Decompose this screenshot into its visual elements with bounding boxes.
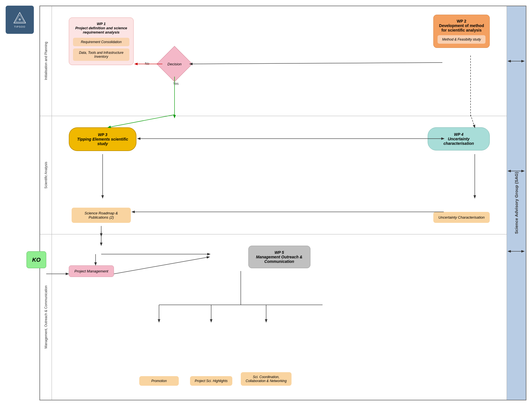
wp5-title: WP 5 Management Outreach & Communication bbox=[253, 250, 306, 264]
row-init: WP 1 Project definition and science requ… bbox=[52, 6, 507, 116]
arrow-wp2-to-decision bbox=[190, 63, 442, 64]
center-content: WP 1 Project definition and science requ… bbox=[52, 6, 507, 400]
wp2-box: WP 2 Development of method for scientifi… bbox=[433, 15, 490, 48]
page-container: TIPSOO Initialisation and Planning Scien… bbox=[0, 0, 532, 406]
row-management: KO WP 5 Management Outreach & Communicat… bbox=[52, 234, 507, 400]
no-label: No bbox=[145, 62, 149, 66]
sci-coord-box: Sci. Coordination, Collaboration & Netwo… bbox=[241, 372, 292, 386]
wp5-box: WP 5 Management Outreach & Communication bbox=[248, 246, 310, 268]
wp3-box: WP 3 Tipping Elements scientific study bbox=[69, 127, 136, 151]
wp1-title: WP 1 Project definition and science requ… bbox=[73, 22, 129, 34]
wp3-title: WP 3 Tipping Elements scientific study bbox=[74, 132, 131, 146]
yes-label: Yes bbox=[173, 82, 179, 86]
sag-label-container: Science Advisory Group (SAG) bbox=[507, 6, 526, 400]
label-scientific: Scientific Analysis bbox=[40, 116, 52, 234]
arrow-pm-to-wp5 bbox=[114, 257, 209, 274]
logo-text: TIPSOO bbox=[14, 25, 25, 28]
right-panel: Science Advisory Group (SAG) bbox=[507, 6, 526, 400]
svg-point-2 bbox=[19, 18, 21, 21]
arrow-into-wp3 bbox=[108, 115, 175, 127]
wp1-sub1: Requirement Consolidation bbox=[73, 38, 129, 46]
wp2-sub: Method & Feasibilty study bbox=[438, 35, 485, 44]
ko-box: KO bbox=[27, 251, 46, 268]
label-init: Initialisation and Planning bbox=[40, 6, 52, 116]
wp1-box: WP 1 Project definition and science requ… bbox=[69, 17, 134, 65]
uncertainty-box: Uncertainty Characterisation bbox=[433, 212, 490, 223]
arrow-dashed-wp2-cont bbox=[471, 115, 475, 127]
decision-diamond-container: Decision bbox=[162, 51, 187, 77]
wp4-box: WP 4 Uncertainty characterisation bbox=[428, 127, 490, 150]
wp2-title: WP 2 Development of method for scientifi… bbox=[438, 19, 485, 32]
sag-label: Science Advisory Group (SAG) bbox=[514, 172, 519, 234]
row-scientific: WP 3 Tipping Elements scientific study W… bbox=[52, 116, 507, 234]
sci-highlights-box: Project Sci. Highlights bbox=[190, 376, 232, 386]
pm-box: Project Management bbox=[69, 265, 114, 277]
decision-label: Decision bbox=[162, 51, 187, 77]
wp1-sub2: Data, Tools and Infrastructure Inventory bbox=[73, 48, 129, 61]
wp4-title: WP 4 Uncertainty characterisation bbox=[432, 132, 485, 146]
roadmap-box: Science Roadmap & Publications (2) bbox=[72, 208, 131, 223]
diagram-container: Initialisation and Planning Scientific A… bbox=[39, 6, 526, 400]
promotion-box: Promotion bbox=[139, 376, 179, 386]
logo-box: TIPSOO bbox=[6, 6, 34, 34]
left-labels: Initialisation and Planning Scientific A… bbox=[40, 6, 52, 400]
